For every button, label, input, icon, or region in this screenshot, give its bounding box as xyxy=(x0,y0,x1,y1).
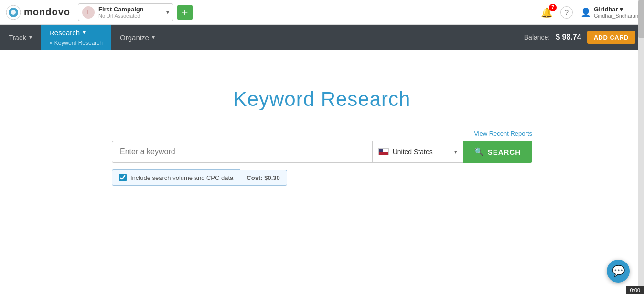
help-button[interactable]: ? xyxy=(560,6,573,19)
logo-text: mondovo xyxy=(24,7,70,18)
campaign-dropdown-arrow: ▾ xyxy=(166,9,169,16)
topbar-right: 🔔 7 ? 👤 Giridhar ▾ Giridhar_Sridharan xyxy=(541,6,638,19)
options-row: Include search volume and CPC data Cost:… xyxy=(112,169,532,186)
nav-track-arrow: ▾ xyxy=(29,34,32,41)
campaign-avatar: F xyxy=(82,6,95,19)
search-button[interactable]: 🔍 SEARCH xyxy=(463,141,532,163)
balance-amount: $ 98.74 xyxy=(556,33,581,42)
user-icon: 👤 xyxy=(580,7,591,18)
add-card-button[interactable]: ADD CARD xyxy=(587,31,635,44)
nav-research-label: Research xyxy=(49,29,80,37)
add-campaign-button[interactable]: + xyxy=(177,5,193,20)
nav-research-sub: » Keyword Research xyxy=(49,40,103,46)
user-sub-name: Giridhar_Sridharan xyxy=(594,13,638,19)
balance-label: Balance: xyxy=(524,33,550,41)
country-name: United States xyxy=(393,148,451,156)
svg-point-2 xyxy=(11,10,16,15)
cost-area: Cost: $0.30 xyxy=(240,170,287,186)
main-content: Keyword Research View Recent Reports Uni… xyxy=(0,50,644,186)
nav-research-label-row: Research ▾ xyxy=(49,29,86,37)
nav-research-sublabel: Keyword Research xyxy=(54,40,103,46)
user-menu[interactable]: 👤 Giridhar ▾ Giridhar_Sridharan xyxy=(580,6,638,19)
scrollbar[interactable] xyxy=(638,0,644,186)
user-names: Giridhar ▾ Giridhar_Sridharan xyxy=(594,6,638,19)
search-button-label: SEARCH xyxy=(488,148,521,156)
search-icon: 🔍 xyxy=(474,147,484,156)
nav-organize-arrow: ▾ xyxy=(152,34,155,41)
country-select[interactable]: United States ▾ xyxy=(372,141,463,163)
campaign-name: First Campaign xyxy=(98,6,166,13)
help-icon: ? xyxy=(565,9,569,16)
notifications-button[interactable]: 🔔 7 xyxy=(541,7,553,18)
navbar: Track ▾ Research ▾ » Keyword Research Or… xyxy=(0,25,644,50)
keyword-input[interactable] xyxy=(112,141,372,163)
cost-label: Cost: $0.30 xyxy=(247,174,279,181)
campaign-url: No Url Associated xyxy=(98,13,166,19)
checkbox-label: Include search volume and CPC data xyxy=(130,174,233,181)
nav-item-track[interactable]: Track ▾ xyxy=(0,25,41,50)
include-volume-checkbox[interactable] xyxy=(119,174,127,181)
topbar: mondovo F First Campaign No Url Associat… xyxy=(0,0,644,25)
checkbox-area[interactable]: Include search volume and CPC data xyxy=(112,169,240,186)
logo-icon xyxy=(6,5,21,20)
search-row: United States ▾ 🔍 SEARCH xyxy=(112,141,532,163)
notification-badge: 7 xyxy=(549,4,557,11)
nav-track-label: Track xyxy=(9,33,26,42)
logo[interactable]: mondovo xyxy=(6,5,70,20)
nav-organize-label: Organize xyxy=(120,33,149,42)
view-recent-reports-link[interactable]: View Recent Reports xyxy=(474,130,532,137)
user-display-name: Giridhar ▾ xyxy=(594,6,638,13)
nav-item-organize[interactable]: Organize ▾ xyxy=(111,25,163,50)
page-title: Keyword Research xyxy=(234,88,411,111)
campaign-selector[interactable]: F First Campaign No Url Associated ▾ xyxy=(78,3,173,21)
nav-item-research[interactable]: Research ▾ » Keyword Research xyxy=(41,25,111,50)
country-dropdown-arrow: ▾ xyxy=(454,149,457,155)
nav-research-arrow: ▾ xyxy=(83,29,86,36)
us-flag-icon xyxy=(378,148,389,155)
campaign-info: First Campaign No Url Associated xyxy=(98,6,166,19)
scrollbar-thumb[interactable] xyxy=(638,0,644,38)
nav-right: Balance: $ 98.74 ADD CARD xyxy=(515,25,644,50)
